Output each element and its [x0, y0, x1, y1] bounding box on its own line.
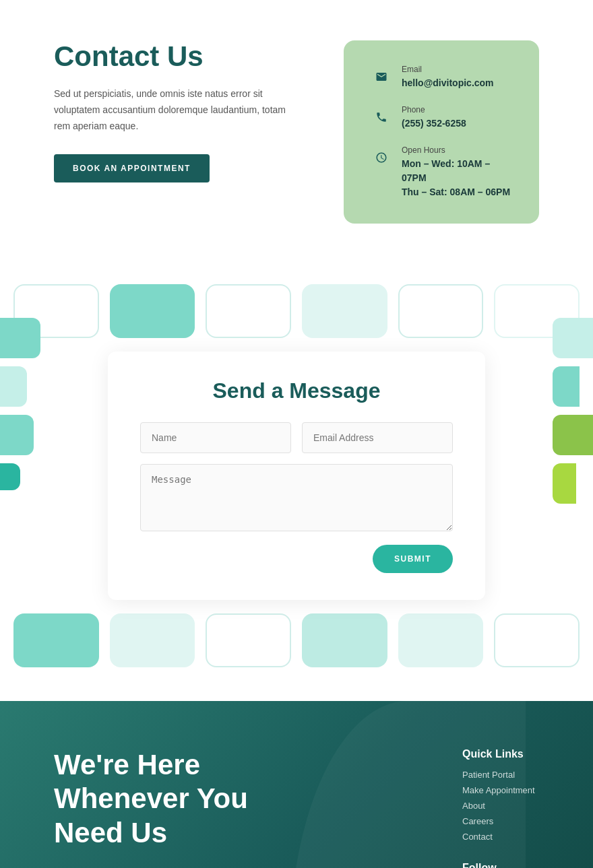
link-careers[interactable]: Careers: [462, 816, 539, 826]
right-shape-4: [553, 463, 576, 504]
left-shape-1: [0, 318, 40, 358]
shape-b4: [302, 613, 387, 667]
email-input[interactable]: [302, 422, 453, 453]
hours-value2: Thu – Sat: 08AM – 06PM: [402, 185, 512, 199]
form-row-1: [140, 422, 453, 453]
link-patient-portal[interactable]: Patient Portal: [462, 770, 539, 780]
shape-5: [398, 284, 484, 338]
name-input[interactable]: [140, 422, 291, 453]
right-shape-1: [553, 318, 593, 358]
email-info: Email hello@divitopic.com: [402, 65, 494, 90]
shape-b6: [494, 613, 580, 667]
message-section: Send a Message SUBMIT: [0, 264, 593, 701]
phone-label: Phone: [402, 105, 466, 114]
form-submit-row: SUBMIT: [140, 545, 453, 573]
follow-section: Follow f t ▶: [462, 862, 539, 868]
contact-description: Sed ut perspiciatis, unde omnis iste nat…: [54, 86, 296, 134]
shape-4: [302, 284, 387, 338]
left-shape-3: [0, 415, 34, 455]
here-right: Quick Links Patient Portal Make Appointm…: [462, 748, 539, 868]
phone-info-item: Phone (255) 352-6258: [371, 105, 512, 131]
submit-button[interactable]: SUBMIT: [373, 545, 453, 573]
hours-info: Open Hours Mon – Wed: 10AM – 07PM Thu – …: [402, 145, 512, 199]
clock-icon: [371, 147, 392, 168]
side-shapes-left: [0, 318, 40, 490]
hours-label: Open Hours: [402, 145, 512, 155]
message-form-title: Send a Message: [140, 378, 453, 403]
shape-b3: [206, 613, 291, 667]
shapes-row-top: [0, 284, 593, 338]
left-shape-2: [0, 366, 27, 407]
shape-b2: [110, 613, 195, 667]
quick-links: Quick Links Patient Portal Make Appointm…: [462, 748, 539, 842]
phone-info: Phone (255) 352-6258: [402, 105, 466, 131]
left-shape-4: [0, 463, 20, 490]
link-make-appointment[interactable]: Make Appointment: [462, 785, 539, 795]
contact-title: Contact Us: [54, 40, 296, 73]
follow-heading: Follow: [462, 862, 539, 868]
right-shape-2: [553, 366, 580, 407]
here-title: We're Here Whenever You Need Us: [54, 748, 323, 850]
shapes-row-bottom: [0, 613, 593, 667]
shape-2: [110, 284, 195, 338]
email-value: hello@divitopic.com: [402, 76, 494, 90]
quick-links-heading: Quick Links: [462, 748, 539, 760]
message-textarea[interactable]: [140, 464, 453, 531]
contact-left: Contact Us Sed ut perspiciatis, unde omn…: [54, 40, 296, 182]
side-shapes-right: [553, 318, 593, 504]
contact-section: Contact Us Sed ut perspiciatis, unde omn…: [0, 0, 593, 264]
hours-info-item: Open Hours Mon – Wed: 10AM – 07PM Thu – …: [371, 145, 512, 199]
shape-3: [206, 284, 291, 338]
email-label: Email: [402, 65, 494, 74]
here-section: We're Here Whenever You Need Us Email he…: [0, 701, 593, 868]
book-appointment-button[interactable]: BOOK AN APPOINTMENT: [54, 154, 210, 182]
shape-b1: [13, 613, 99, 667]
message-form-card: Send a Message SUBMIT: [108, 352, 485, 600]
email-icon: [371, 66, 392, 88]
link-contact[interactable]: Contact: [462, 832, 539, 842]
email-info-item: Email hello@divitopic.com: [371, 65, 512, 90]
contact-info-card: Email hello@divitopic.com Phone (255) 35…: [344, 40, 539, 224]
shape-b5: [398, 613, 484, 667]
link-about[interactable]: About: [462, 801, 539, 811]
right-shape-3: [553, 415, 593, 455]
phone-icon: [371, 106, 392, 128]
phone-value: (255) 352-6258: [402, 116, 466, 131]
hours-value1: Mon – Wed: 10AM – 07PM: [402, 157, 512, 185]
